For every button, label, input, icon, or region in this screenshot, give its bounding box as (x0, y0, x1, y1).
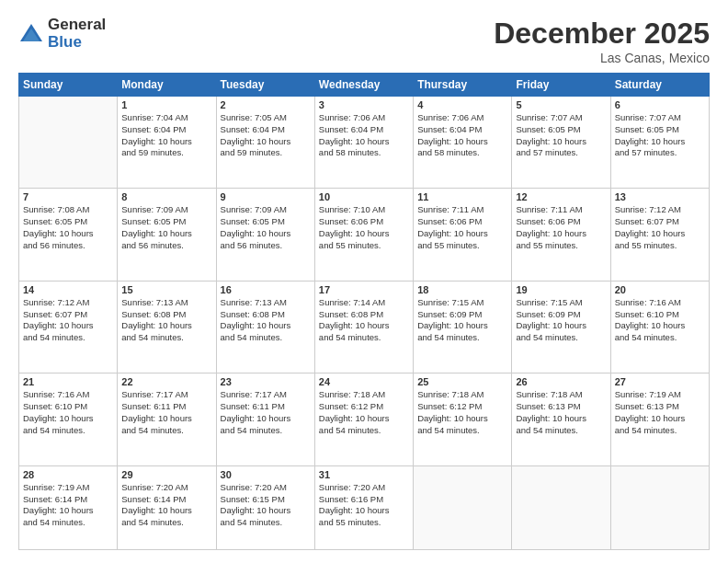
cell-content: Sunrise: 7:16 AM Sunset: 6:10 PM Dayligh… (615, 297, 705, 344)
calendar-table: SundayMondayTuesdayWednesdayThursdayFrid… (18, 73, 710, 550)
calendar-body: 1Sunrise: 7:04 AM Sunset: 6:04 PM Daylig… (19, 97, 710, 550)
title-block: December 2025 Las Canas, Mexico (494, 17, 710, 65)
calendar-cell: 24Sunrise: 7:18 AM Sunset: 6:12 PM Dayli… (314, 373, 413, 465)
calendar-cell: 4Sunrise: 7:06 AM Sunset: 6:04 PM Daylig… (414, 97, 512, 189)
cell-content: Sunrise: 7:07 AM Sunset: 6:05 PM Dayligh… (516, 112, 606, 159)
calendar-cell: 18Sunrise: 7:15 AM Sunset: 6:09 PM Dayli… (414, 281, 512, 373)
calendar-cell: 8Sunrise: 7:09 AM Sunset: 6:05 PM Daylig… (118, 189, 216, 281)
cell-content: Sunrise: 7:18 AM Sunset: 6:13 PM Dayligh… (516, 389, 606, 436)
day-number: 14 (23, 284, 113, 295)
calendar-cell: 21Sunrise: 7:16 AM Sunset: 6:10 PM Dayli… (19, 373, 118, 465)
calendar-cell: 11Sunrise: 7:11 AM Sunset: 6:06 PM Dayli… (414, 189, 512, 281)
cell-content: Sunrise: 7:18 AM Sunset: 6:12 PM Dayligh… (319, 389, 409, 436)
cell-content: Sunrise: 7:19 AM Sunset: 6:14 PM Dayligh… (23, 482, 113, 529)
calendar-week-4: 21Sunrise: 7:16 AM Sunset: 6:10 PM Dayli… (19, 373, 710, 465)
header: General Blue December 2025 Las Canas, Me… (18, 17, 710, 65)
day-number: 15 (121, 284, 211, 295)
calendar-cell: 26Sunrise: 7:18 AM Sunset: 6:13 PM Dayli… (512, 373, 610, 465)
day-number: 30 (221, 469, 311, 480)
calendar-cell: 16Sunrise: 7:13 AM Sunset: 6:08 PM Dayli… (216, 281, 314, 373)
cell-content: Sunrise: 7:13 AM Sunset: 6:08 PM Dayligh… (221, 297, 311, 344)
calendar-cell (512, 465, 610, 549)
calendar-cell: 25Sunrise: 7:18 AM Sunset: 6:12 PM Dayli… (414, 373, 512, 465)
cell-content: Sunrise: 7:20 AM Sunset: 6:14 PM Dayligh… (121, 482, 211, 529)
day-number: 5 (516, 99, 606, 110)
calendar-cell: 28Sunrise: 7:19 AM Sunset: 6:14 PM Dayli… (19, 465, 118, 549)
calendar-cell: 23Sunrise: 7:17 AM Sunset: 6:11 PM Dayli… (216, 373, 314, 465)
day-number: 31 (319, 469, 409, 480)
cell-content: Sunrise: 7:12 AM Sunset: 6:07 PM Dayligh… (615, 204, 705, 251)
day-number: 25 (417, 376, 507, 387)
calendar-cell: 10Sunrise: 7:10 AM Sunset: 6:06 PM Dayli… (314, 189, 413, 281)
logo: General Blue (18, 17, 106, 51)
cell-content: Sunrise: 7:14 AM Sunset: 6:08 PM Dayligh… (319, 297, 409, 344)
cell-content: Sunrise: 7:07 AM Sunset: 6:05 PM Dayligh… (615, 112, 705, 159)
calendar-cell: 20Sunrise: 7:16 AM Sunset: 6:10 PM Dayli… (610, 281, 709, 373)
day-number: 13 (615, 191, 705, 202)
logo-general: General (48, 17, 106, 34)
cell-content: Sunrise: 7:08 AM Sunset: 6:05 PM Dayligh… (23, 204, 113, 251)
cell-content: Sunrise: 7:17 AM Sunset: 6:11 PM Dayligh… (121, 389, 211, 436)
calendar-cell: 31Sunrise: 7:20 AM Sunset: 6:16 PM Dayli… (314, 465, 413, 549)
calendar-cell: 27Sunrise: 7:19 AM Sunset: 6:13 PM Dayli… (610, 373, 709, 465)
day-number: 8 (121, 191, 211, 202)
day-number: 21 (23, 376, 113, 387)
logo-icon (18, 21, 44, 47)
calendar-cell: 19Sunrise: 7:15 AM Sunset: 6:09 PM Dayli… (512, 281, 610, 373)
cell-content: Sunrise: 7:13 AM Sunset: 6:08 PM Dayligh… (121, 297, 211, 344)
cell-content: Sunrise: 7:09 AM Sunset: 6:05 PM Dayligh… (221, 204, 311, 251)
day-number: 19 (516, 284, 606, 295)
calendar-cell: 12Sunrise: 7:11 AM Sunset: 6:06 PM Dayli… (512, 189, 610, 281)
weekday-header-wednesday: Wednesday (314, 74, 413, 97)
day-number: 23 (221, 376, 311, 387)
day-number: 29 (121, 469, 211, 480)
weekday-header-monday: Monday (118, 74, 216, 97)
day-number: 2 (221, 99, 311, 110)
day-number: 6 (615, 99, 705, 110)
logo-text: General Blue (48, 17, 106, 51)
cell-content: Sunrise: 7:18 AM Sunset: 6:12 PM Dayligh… (417, 389, 507, 436)
day-number: 28 (23, 469, 113, 480)
calendar-cell: 5Sunrise: 7:07 AM Sunset: 6:05 PM Daylig… (512, 97, 610, 189)
calendar-week-5: 28Sunrise: 7:19 AM Sunset: 6:14 PM Dayli… (19, 465, 710, 549)
calendar-cell: 14Sunrise: 7:12 AM Sunset: 6:07 PM Dayli… (19, 281, 118, 373)
logo-blue: Blue (48, 34, 106, 52)
cell-content: Sunrise: 7:12 AM Sunset: 6:07 PM Dayligh… (23, 297, 113, 344)
day-number: 1 (121, 99, 211, 110)
cell-content: Sunrise: 7:19 AM Sunset: 6:13 PM Dayligh… (615, 389, 705, 436)
cell-content: Sunrise: 7:15 AM Sunset: 6:09 PM Dayligh… (417, 297, 507, 344)
cell-content: Sunrise: 7:05 AM Sunset: 6:04 PM Dayligh… (221, 112, 311, 159)
cell-content: Sunrise: 7:20 AM Sunset: 6:15 PM Dayligh… (221, 482, 311, 529)
calendar-cell: 17Sunrise: 7:14 AM Sunset: 6:08 PM Dayli… (314, 281, 413, 373)
weekday-header-sunday: Sunday (19, 74, 118, 97)
weekday-header-friday: Friday (512, 74, 610, 97)
cell-content: Sunrise: 7:15 AM Sunset: 6:09 PM Dayligh… (516, 297, 606, 344)
day-number: 18 (417, 284, 507, 295)
page: General Blue December 2025 Las Canas, Me… (0, 0, 728, 563)
calendar-cell: 9Sunrise: 7:09 AM Sunset: 6:05 PM Daylig… (216, 189, 314, 281)
day-number: 16 (221, 284, 311, 295)
day-number: 22 (121, 376, 211, 387)
cell-content: Sunrise: 7:09 AM Sunset: 6:05 PM Dayligh… (121, 204, 211, 251)
weekday-header-saturday: Saturday (610, 74, 709, 97)
weekday-header-row: SundayMondayTuesdayWednesdayThursdayFrid… (19, 74, 710, 97)
cell-content: Sunrise: 7:10 AM Sunset: 6:06 PM Dayligh… (319, 204, 409, 251)
calendar-cell: 29Sunrise: 7:20 AM Sunset: 6:14 PM Dayli… (118, 465, 216, 549)
cell-content: Sunrise: 7:11 AM Sunset: 6:06 PM Dayligh… (417, 204, 507, 251)
day-number: 27 (615, 376, 705, 387)
location: Las Canas, Mexico (494, 51, 710, 65)
month-title: December 2025 (494, 17, 710, 51)
calendar-cell (19, 97, 118, 189)
calendar-cell: 7Sunrise: 7:08 AM Sunset: 6:05 PM Daylig… (19, 189, 118, 281)
weekday-header-thursday: Thursday (414, 74, 512, 97)
day-number: 24 (319, 376, 409, 387)
weekday-header-tuesday: Tuesday (216, 74, 314, 97)
calendar-cell: 2Sunrise: 7:05 AM Sunset: 6:04 PM Daylig… (216, 97, 314, 189)
day-number: 4 (417, 99, 507, 110)
calendar-cell (610, 465, 709, 549)
calendar-cell: 3Sunrise: 7:06 AM Sunset: 6:04 PM Daylig… (314, 97, 413, 189)
day-number: 10 (319, 191, 409, 202)
day-number: 17 (319, 284, 409, 295)
day-number: 3 (319, 99, 409, 110)
calendar-cell: 6Sunrise: 7:07 AM Sunset: 6:05 PM Daylig… (610, 97, 709, 189)
